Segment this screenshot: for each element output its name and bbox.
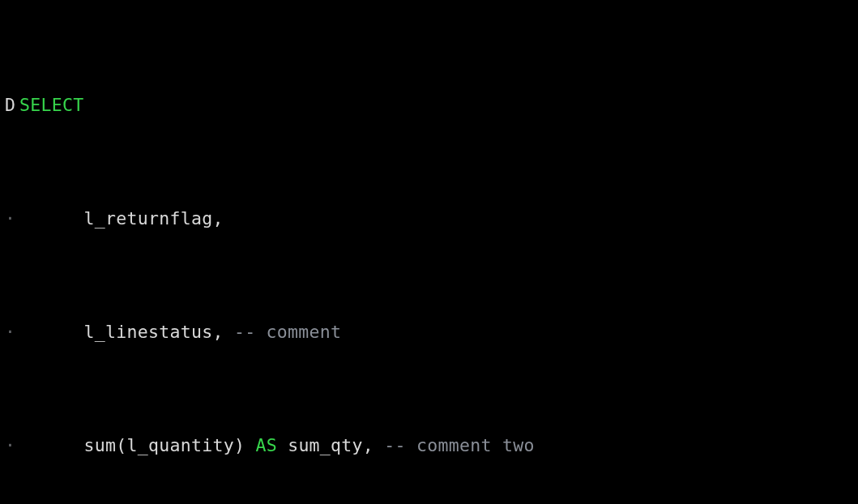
sql-comment: -- comment	[234, 322, 341, 342]
continuation-dot: ·	[5, 434, 19, 457]
column-name: l_returnflag,	[83, 208, 223, 229]
kw-select: SELECT	[19, 95, 83, 115]
continuation-dot: ·	[5, 321, 19, 344]
continuation-dot: ·	[5, 207, 19, 230]
prompt-char: D	[5, 94, 19, 117]
code-line: · l_returnflag,	[5, 207, 853, 230]
alias: sum_qty,	[277, 435, 384, 455]
code-line: D SELECT	[5, 94, 853, 117]
code-line: · sum(l_quantity) AS sum_qty, -- comment…	[5, 434, 853, 457]
code-content: sum(l_quantity) AS sum_qty, -- comment t…	[19, 434, 853, 457]
code-content: l_returnflag,	[19, 207, 853, 230]
fn-name: sum	[83, 435, 116, 455]
terminal-sql-editor[interactable]: D SELECT · l_returnflag, · l_linestatus,…	[0, 0, 858, 504]
sql-comment: -- comment two	[384, 435, 534, 455]
kw-as: AS	[255, 435, 277, 455]
column-name: l_linestatus,	[83, 322, 233, 342]
code-line: · l_linestatus, -- comment	[5, 321, 853, 344]
code-content: l_linestatus, -- comment	[19, 321, 853, 344]
code-content: SELECT	[19, 94, 853, 117]
